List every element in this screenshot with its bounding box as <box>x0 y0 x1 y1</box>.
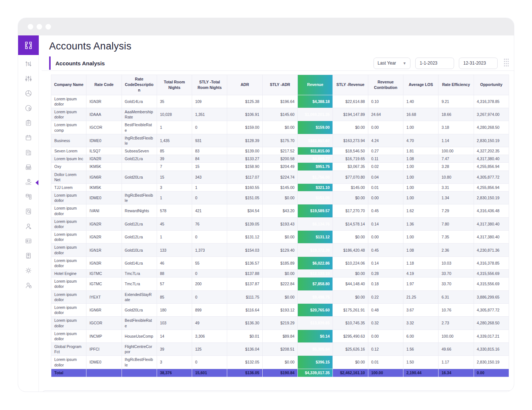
table-cell: IKM5K <box>86 163 122 170</box>
table-cell: 24.64 <box>368 108 403 121</box>
table-cell: IDME0 <box>86 192 122 204</box>
hand-coin-icon <box>24 178 33 187</box>
table-cell: RewardNights <box>122 204 157 217</box>
table-row: TJJ LoremIKM5K31$160.55$145.00$321.10$14… <box>51 183 509 191</box>
table-cell: 1.00 <box>403 183 438 191</box>
table-cell: Business <box>51 134 86 147</box>
table-cell: 1,351 <box>192 108 227 121</box>
end-date-input[interactable] <box>459 58 498 69</box>
table-cell: IhgRcBestFlexible <box>122 192 157 204</box>
sidebar-item-user-lock[interactable] <box>18 279 38 293</box>
date-range-select[interactable]: Last Year ▼ <box>374 58 410 69</box>
sidebar-item-pie-chart[interactable] <box>18 87 38 101</box>
table-cell: 4,327,202.35 <box>474 147 509 155</box>
table-cell: 2.73 <box>439 317 474 330</box>
table-cell: $116.64 <box>227 303 262 316</box>
table-cell: $145.00 <box>262 183 297 191</box>
table-cell: 103 <box>157 317 192 330</box>
column-header-8[interactable]: STLY -Revenue <box>333 75 368 95</box>
sidebar-item-calendar[interactable] <box>18 131 38 146</box>
pie-chart-icon <box>24 89 33 99</box>
table-cell: 2,830,150.19 <box>474 356 509 369</box>
table-cell: 0.00 <box>368 192 403 204</box>
column-header-10[interactable]: Average LOS <box>403 75 438 95</box>
sidebar-item-clipboard[interactable] <box>18 116 38 131</box>
panel-header: Accounts Analysis Last Year ▼ <box>49 56 514 70</box>
column-header-7[interactable]: Revenue <box>298 75 333 95</box>
table-cell: $137.88 <box>227 270 262 278</box>
table-row: Dollor Lorem NetIGN6RGold20Lra15343$117.… <box>51 170 509 183</box>
sidebar-item-gauge[interactable] <box>18 101 38 116</box>
column-header-11[interactable]: Rate Efficiency <box>439 75 474 95</box>
table-row: OxyIKM5K715$158.90$204.49$951.75$3,067.3… <box>51 163 509 170</box>
sidebar-item-document-search[interactable] <box>18 205 38 220</box>
table-cell: Gold12Lra <box>122 217 157 230</box>
table-cell: $17,270.70 <box>333 204 368 217</box>
table-cell: $133.27 <box>227 155 262 163</box>
sidebar-item-price-adjust[interactable]: $ <box>18 57 38 72</box>
table-cell: 1.97 <box>403 278 438 290</box>
table-cell: $196.64 <box>262 95 297 108</box>
gauge-icon <box>24 104 33 114</box>
column-header-0[interactable]: Company Name <box>51 75 86 95</box>
start-date-input[interactable] <box>415 58 454 69</box>
table-cell: 4,305,877.72 <box>474 170 509 183</box>
table-cell: 125 <box>192 343 227 356</box>
table-row: Lorem ipsum dollorIDAAAAaaMembershipRate… <box>51 108 509 121</box>
sidebar-item-coins-ledger[interactable] <box>18 190 38 205</box>
table-cell: 200 <box>192 278 227 290</box>
table-cell: $194,147.89 <box>333 108 368 121</box>
table-cell: Lorem ipsum dollor <box>51 278 86 290</box>
table-cell: $14,578.14 <box>333 217 368 230</box>
table-cell: Lorem ipsum dollor <box>51 330 86 342</box>
table-cell: 7.47 <box>439 155 474 163</box>
table-cell: 0.45 <box>368 244 403 256</box>
sidebar-item-sliders[interactable] <box>18 72 38 87</box>
table-cell: 1.14 <box>439 134 474 147</box>
column-header-1[interactable]: Rate Code <box>86 75 122 95</box>
total-cell: 0.00 <box>474 369 509 377</box>
table-cell: IGCOR <box>86 121 122 134</box>
table-cell: 1,435 <box>157 134 192 147</box>
table-row: Lorem ipsum dollorIYEXTExtendedStayRate8… <box>51 290 509 303</box>
table-cell: IYEXT <box>86 290 122 303</box>
app-logo[interactable] <box>18 35 39 55</box>
table-cell: 4,316,378.85 <box>474 95 509 108</box>
table-row: Lorem Ipsum IncIGN2RGold12Lra3984$133.27… <box>51 155 509 163</box>
sidebar-item-report[interactable] <box>18 146 38 161</box>
table-cell: 10.03 <box>439 256 474 269</box>
table-cell: $10,745.35 <box>333 317 368 330</box>
table-cell: 46 <box>157 256 192 269</box>
info-document-icon <box>24 252 33 261</box>
column-header-6[interactable]: STLY -ADR <box>262 75 297 95</box>
support-agent-icon <box>24 222 33 232</box>
sidebar-item-id-card[interactable] <box>18 234 38 249</box>
sidebar-nav: $ <box>18 55 38 293</box>
column-header-3[interactable]: Total Room Nights <box>157 75 192 95</box>
column-header-12[interactable]: Opportunity <box>474 75 509 95</box>
column-header-2[interactable]: Rate CodeDescription <box>122 75 157 95</box>
table-cell: $175,261.91 <box>333 303 368 316</box>
sidebar-item-support-agent[interactable] <box>18 220 38 234</box>
table-cell: 343 <box>192 170 227 183</box>
column-header-5[interactable]: ADR <box>227 75 262 95</box>
table-cell: IGN3R <box>86 256 122 269</box>
table-cell: $185.89 <box>262 256 297 269</box>
sidebar-item-document-tray[interactable] <box>18 161 38 175</box>
sidebar-item-settings-gear[interactable] <box>18 264 38 279</box>
report-icon <box>24 148 33 158</box>
table-cell: IGN3R <box>86 95 122 108</box>
table-cell: 0.12 <box>368 343 403 356</box>
sidebar-item-info-document[interactable] <box>18 249 38 264</box>
table-cell: $9,498.75 <box>298 290 333 303</box>
table-cell: 57 <box>157 278 192 290</box>
table-cell: 0 <box>192 290 227 303</box>
table-cell: $0.00 <box>262 121 297 134</box>
total-cell: $136.05 <box>227 369 262 377</box>
drag-handle-icon[interactable] <box>504 59 509 68</box>
chevron-down-icon: ▼ <box>403 61 406 65</box>
column-header-9[interactable]: Revenue Contribution <box>368 75 403 95</box>
column-header-4[interactable]: STLY -Total Room Nights <box>192 75 227 95</box>
table-cell: Lorem ipsum dollor <box>51 231 86 244</box>
table-cell: 0.32 <box>368 317 403 330</box>
